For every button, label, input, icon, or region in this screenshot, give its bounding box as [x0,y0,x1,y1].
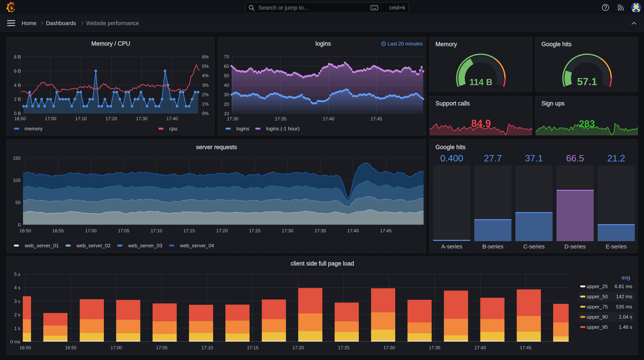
svg-text:1.04 s: 1.04 s [619,314,632,320]
svg-text:upper_75: upper_75 [587,304,608,310]
svg-text:17:25: 17:25 [249,228,260,233]
svg-text:B-series: B-series [482,243,503,250]
svg-text:17:00: 17:00 [85,228,96,233]
svg-text:37.1: 37.1 [525,153,543,163]
svg-text:upper_50: upper_50 [587,294,608,300]
svg-text:E-series: E-series [606,243,627,250]
svg-text:upper_25: upper_25 [587,284,608,289]
svg-text:50: 50 [15,200,20,205]
svg-text:Memory: Memory [436,41,457,48]
svg-text:16:55: 16:55 [52,228,64,233]
svg-text:Google hits: Google hits [542,41,572,48]
svg-text:memory: memory [24,126,42,132]
svg-text:114 B: 114 B [470,77,492,87]
svg-text:17:05: 17:05 [118,228,130,233]
svg-text:C-series: C-series [523,243,545,250]
svg-text:17:00: 17:00 [45,116,56,121]
svg-text:60: 60 [224,64,229,69]
svg-text:50: 50 [224,73,229,78]
svg-text:17:05: 17:05 [156,345,168,350]
svg-text:upper_95: upper_95 [587,324,608,330]
svg-text:283: 283 [579,118,595,129]
svg-text:2%: 2% [202,92,209,97]
svg-text:avg: avg [622,274,630,280]
svg-text:17:15: 17:15 [184,228,195,233]
svg-text:6 B: 6 B [14,68,21,74]
svg-text:web_server_03: web_server_03 [128,243,162,248]
svg-text:client side full page load: client side full page load [291,260,354,267]
svg-text:30: 30 [224,92,229,97]
svg-text:142 ms: 142 ms [616,294,632,300]
svg-text:4 B: 4 B [14,82,21,88]
svg-text:17:25: 17:25 [338,345,350,350]
svg-text:Last 20 minutes: Last 20 minutes [388,41,423,46]
svg-text:Memory / CPU: Memory / CPU [91,40,130,47]
svg-text:16:55: 16:55 [65,345,76,350]
svg-text:1.46 s: 1.46 s [619,324,632,330]
svg-text:17:30: 17:30 [136,116,148,121]
svg-text:logins: logins [236,126,249,132]
svg-text:server requests: server requests [196,144,237,150]
svg-text:upper_90: upper_90 [587,314,608,320]
svg-text:cpu: cpu [169,126,177,132]
svg-text:Support calls: Support calls [436,100,470,107]
svg-text:17:40: 17:40 [323,116,334,121]
svg-text:17:45: 17:45 [371,116,382,121]
svg-text:17:10: 17:10 [75,116,87,121]
svg-text:2 B: 2 B [14,96,21,102]
svg-text:Sign ups: Sign ups [542,100,565,107]
svg-text:A-series: A-series [441,243,462,250]
svg-text:2 s: 2 s [14,312,20,317]
svg-text:17:30: 17:30 [282,228,293,233]
svg-text:17:20: 17:20 [106,116,117,121]
svg-text:66.5: 66.5 [566,153,584,163]
svg-text:16:50: 16:50 [20,228,31,233]
svg-text:17:20: 17:20 [216,228,228,233]
svg-text:10: 10 [224,111,229,116]
svg-text:0: 0 [18,222,20,227]
svg-text:D-series: D-series [564,243,586,250]
svg-text:21.2: 21.2 [607,153,625,163]
svg-text:4%: 4% [202,73,209,78]
svg-text:5 s: 5 s [14,272,20,277]
svg-text:4 s: 4 s [14,285,20,290]
svg-text:6.81 ms: 6.81 ms [615,284,632,289]
svg-text:535 ms: 535 ms [616,304,632,310]
svg-text:0.400: 0.400 [440,153,463,163]
svg-text:17:20: 17:20 [292,345,304,350]
svg-text:16:50: 16:50 [14,116,26,121]
svg-text:100: 100 [13,178,20,183]
svg-text:16:50: 16:50 [20,345,31,350]
svg-text:20: 20 [224,102,229,107]
svg-text:3%: 3% [202,82,209,88]
svg-text:17:40: 17:40 [474,345,486,350]
svg-text:8 B: 8 B [14,54,21,60]
svg-text:web_server_04: web_server_04 [180,243,214,248]
svg-text:17:10: 17:10 [202,345,213,350]
svg-text:27.7: 27.7 [484,153,502,163]
svg-text:1 s: 1 s [14,326,20,331]
svg-text:17:40: 17:40 [347,228,359,233]
svg-text:17:30: 17:30 [383,345,395,350]
svg-text:logins: logins [316,40,331,47]
svg-text:17:45: 17:45 [520,345,531,350]
svg-text:17:00: 17:00 [110,345,122,350]
svg-text:17:35: 17:35 [314,228,326,233]
svg-text:1%: 1% [202,102,209,106]
svg-text:84.9: 84.9 [471,118,491,129]
svg-text:17:35: 17:35 [429,345,440,350]
svg-text:web_server_01: web_server_01 [24,243,59,248]
svg-text:17:40: 17:40 [166,116,178,121]
svg-text:0 ms: 0 ms [10,339,20,344]
svg-text:logins (-1 hour): logins (-1 hour) [266,126,300,132]
svg-text:6%: 6% [202,54,209,60]
svg-text:17:15: 17:15 [247,345,258,350]
svg-text:0 B: 0 B [14,111,21,116]
svg-text:17:10: 17:10 [151,228,162,233]
svg-text:0%: 0% [202,111,209,116]
svg-text:17:30: 17:30 [227,116,238,121]
svg-text:Google hits: Google hits [436,144,466,150]
svg-text:web_server_02: web_server_02 [76,243,110,248]
svg-text:3 s: 3 s [14,299,20,304]
svg-text:5%: 5% [202,64,209,69]
